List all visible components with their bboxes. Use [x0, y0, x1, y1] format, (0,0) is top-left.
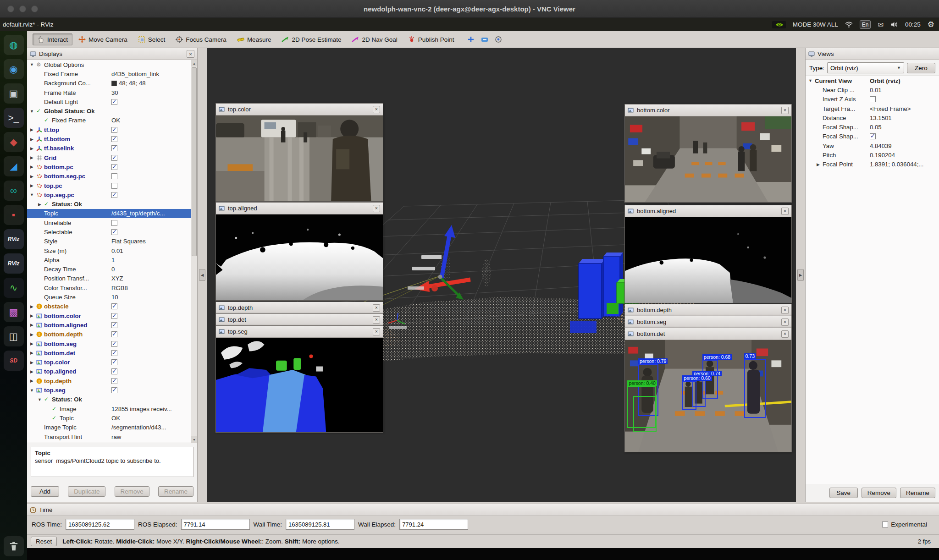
checkbox[interactable] — [111, 145, 117, 151]
close-icon[interactable]: × — [373, 328, 380, 335]
left-splitter[interactable]: ◀ — [198, 48, 207, 502]
remove-button[interactable]: Remove — [862, 488, 896, 498]
tree-row[interactable]: ▶bottom.pc — [27, 162, 191, 171]
dock-icon-rviz-2[interactable]: RViz — [4, 253, 24, 274]
checkbox[interactable] — [111, 183, 117, 189]
image-panel-titlebar[interactable]: top.det× — [216, 314, 383, 326]
image-panel-titlebar[interactable]: top.seg× — [216, 326, 383, 338]
image-panel-titlebar[interactable]: bottom.seg× — [625, 316, 791, 328]
checkbox[interactable] — [111, 331, 117, 337]
experimental-checkbox[interactable] — [882, 522, 888, 527]
viewport[interactable]: top.color×top.aligned×top.depth×top.det×… — [207, 48, 796, 502]
tree-row[interactable]: ▶top.aligned — [27, 367, 191, 376]
tree-row[interactable]: ▶bottom.color — [27, 311, 191, 320]
tree-row[interactable]: ▼✓Status: Ok — [27, 395, 191, 404]
close-icon[interactable]: × — [781, 208, 789, 215]
tool-select[interactable]: Select — [133, 33, 170, 45]
rename-button[interactable]: Rename — [900, 488, 935, 498]
expander-icon[interactable]: ▼ — [37, 397, 43, 402]
tool-publish-point[interactable]: Publish Point — [403, 33, 459, 45]
expander-icon[interactable]: ▶ — [29, 183, 35, 188]
ros-time-input[interactable]: 1635089125.62 — [66, 519, 134, 530]
duplicate-button[interactable]: Duplicate — [68, 486, 105, 497]
expander-icon[interactable]: ▼ — [807, 78, 813, 83]
tree-row[interactable]: Unreliable — [27, 218, 191, 227]
tree-row[interactable]: ▶tf.baselink — [27, 144, 191, 153]
expander-icon[interactable]: ▶ — [37, 202, 43, 207]
tree-row[interactable]: ▶tf.bottom — [27, 134, 191, 143]
tree-row[interactable]: ▶!obstacle — [27, 302, 191, 311]
mail-icon[interactable]: ✉ — [878, 21, 884, 29]
image-panel-titlebar[interactable]: top.color× — [216, 104, 383, 115]
tree-row[interactable]: ▶tf.top — [27, 125, 191, 134]
expander-icon[interactable]: ▶ — [29, 304, 35, 309]
tree-row[interactable]: ✓Image12855 images receiv... — [27, 404, 191, 413]
expander-icon[interactable]: ▼ — [29, 62, 35, 67]
right-splitter[interactable]: ▶ — [796, 48, 805, 502]
checkbox[interactable] — [111, 127, 117, 133]
image-panel-titlebar[interactable]: bottom.color× — [625, 104, 791, 116]
wall-time-input[interactable]: 1635089125.81 — [286, 519, 354, 530]
tool-focus-camera[interactable]: Focus Camera — [171, 33, 231, 45]
checkbox[interactable] — [111, 155, 117, 161]
image-panel-titlebar[interactable]: top.depth× — [216, 302, 383, 314]
dock-icon-vscode[interactable]: ◢ — [4, 156, 24, 176]
views-panel-header[interactable]: Views — [806, 48, 939, 60]
tree-row[interactable]: Background Co...48; 48; 48 — [27, 79, 191, 88]
add-button[interactable]: Add — [31, 486, 59, 497]
dock-icon-remote-viewer[interactable]: ◍ — [4, 35, 24, 55]
checkbox[interactable] — [111, 322, 117, 328]
expander-icon[interactable]: ▶ — [29, 332, 35, 337]
tree-row[interactable]: Frame Rate30 — [27, 88, 191, 97]
tree-row[interactable]: Yaw4.84039 — [806, 141, 939, 150]
checkbox[interactable] — [111, 368, 117, 374]
checkbox[interactable] — [111, 173, 117, 179]
checkbox[interactable] — [111, 220, 117, 226]
tree-row[interactable]: ▶!bottom.depth — [27, 330, 191, 339]
reset-button[interactable]: Reset — [31, 537, 57, 546]
checkbox[interactable] — [111, 164, 117, 170]
tree-row[interactable]: Default Light — [27, 97, 191, 106]
dock-icon-rviz-1[interactable]: RViz — [4, 229, 24, 249]
tree-row[interactable]: Target Fra...<Fixed Frame> — [806, 104, 939, 113]
expander-icon[interactable]: ▶ — [29, 174, 35, 179]
expander-icon[interactable]: ▶ — [29, 313, 35, 318]
tree-row[interactable]: ▶bottom.seg.pc — [27, 172, 191, 181]
tree-row[interactable]: ✓TopicOK — [27, 413, 191, 423]
view-type-dropdown[interactable]: Orbit (rviz) ▼ — [827, 62, 904, 73]
tree-row[interactable]: Transport Hintraw — [27, 432, 191, 441]
tree-row[interactable]: Distance13.1501 — [806, 113, 939, 122]
close-icon[interactable]: × — [373, 205, 380, 212]
displays-scrollbar[interactable]: ▲ ▼ — [191, 60, 197, 443]
expander-icon[interactable]: ▶ — [29, 360, 35, 365]
wifi-icon[interactable] — [845, 22, 853, 27]
tree-row[interactable]: Size (m)0.01 — [27, 246, 191, 255]
expander-icon[interactable]: ▶ — [29, 137, 35, 142]
dock-icon-matrix[interactable]: ▩ — [4, 302, 24, 322]
image-panel-titlebar[interactable]: bottom.depth× — [625, 304, 791, 316]
dock-icon-sd-card[interactable]: SD — [4, 351, 24, 371]
tree-row[interactable]: StyleFlat Squares — [27, 237, 191, 246]
checkbox[interactable] — [111, 192, 117, 198]
checkbox[interactable] — [111, 229, 117, 235]
dock-icon-arduino[interactable]: ∞ — [4, 181, 24, 201]
collapse-left-icon[interactable]: ◀ — [199, 269, 205, 281]
tool-2d-nav-goal[interactable]: 2D Nav Goal — [347, 33, 402, 45]
dock-icon-browser[interactable]: ◉ — [4, 59, 24, 79]
tree-row[interactable]: ▶Grid — [27, 153, 191, 162]
expander-icon[interactable]: ▶ — [29, 127, 35, 132]
remove-button[interactable]: Remove — [115, 486, 149, 497]
tree-row[interactable]: ▼top.seg — [27, 385, 191, 395]
tool-minus-button[interactable] — [481, 36, 488, 43]
expander-icon[interactable]: ▼ — [29, 192, 35, 197]
expander-icon[interactable]: ▶ — [29, 351, 35, 355]
checkbox[interactable] — [111, 387, 117, 393]
close-icon[interactable]: × — [373, 304, 380, 312]
checkbox[interactable] — [111, 378, 117, 384]
close-icon[interactable]: × — [373, 316, 380, 324]
tool-dot-button[interactable] — [495, 36, 502, 43]
settings-gear-icon[interactable]: ⚙ — [928, 20, 934, 29]
checkbox[interactable] — [111, 341, 117, 347]
expander-icon[interactable]: ▶ — [29, 155, 35, 160]
tree-row[interactable]: Position Transf...XYZ — [27, 274, 191, 283]
